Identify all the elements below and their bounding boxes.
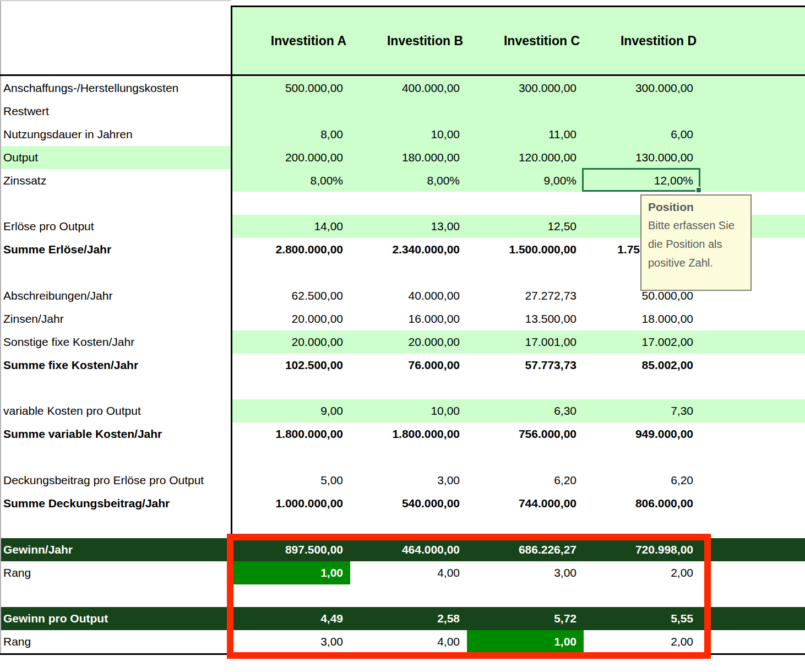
empty-cells[interactable] (700, 515, 805, 538)
cell-value[interactable]: 27.272,73 (467, 284, 584, 307)
cell-value[interactable] (350, 100, 467, 123)
cell-value[interactable]: 9,00% (467, 169, 584, 192)
empty-cells[interactable] (700, 492, 805, 515)
cell-value[interactable]: 6,20 (467, 469, 584, 492)
empty-cells[interactable] (700, 146, 805, 169)
empty-cells[interactable] (700, 469, 805, 492)
column-header-investition-d[interactable]: Investition D (584, 34, 700, 48)
cell-value[interactable]: 8,00 (232, 123, 350, 146)
row-label[interactable]: Erlöse pro Output (0, 215, 232, 238)
cell-value[interactable] (350, 377, 467, 400)
cell-value[interactable]: 300.000,00 (584, 77, 700, 100)
row-label[interactable]: Output (0, 146, 232, 169)
cell-value[interactable] (350, 192, 467, 215)
cell-value[interactable]: 13.500,00 (467, 307, 584, 330)
row-label[interactable] (0, 377, 232, 400)
empty-cells[interactable] (700, 538, 805, 561)
empty-cells[interactable] (700, 330, 805, 354)
cell-value[interactable]: 40.000,00 (350, 284, 467, 307)
cell-value[interactable] (467, 192, 584, 215)
cell-value[interactable]: 1.800.000,00 (232, 422, 350, 446)
cell-value[interactable] (467, 261, 584, 284)
row-label[interactable] (0, 584, 232, 608)
row-label[interactable]: Nutzungsdauer in Jahren (0, 123, 232, 146)
selected-cell-border[interactable] (582, 168, 700, 192)
cell-value[interactable]: 200.000,00 (232, 146, 350, 169)
cell-value[interactable]: 5,00 (232, 469, 350, 492)
row-label[interactable]: Sonstige fixe Kosten/Jahr (0, 330, 232, 354)
cell-value[interactable]: 180.000,00 (350, 146, 467, 169)
cell-value[interactable] (467, 377, 584, 400)
empty-cells[interactable] (700, 584, 805, 608)
cell-value[interactable]: 806.000,00 (584, 492, 700, 515)
row-label[interactable]: variable Kosten pro Output (0, 399, 232, 422)
row-label[interactable]: Gewinn/Jahr (0, 538, 232, 561)
cell-value[interactable]: 14,00 (232, 215, 350, 238)
cell-value[interactable]: 400.000,00 (350, 77, 467, 100)
cell-value[interactable]: 6,30 (467, 399, 584, 422)
row-label[interactable]: Zinsen/Jahr (0, 307, 232, 330)
cell-value[interactable]: 62.500,00 (232, 284, 350, 307)
cell-value[interactable]: 20.000,00 (232, 307, 350, 330)
row-label[interactable] (0, 446, 232, 469)
cell-value[interactable]: 9,00 (232, 399, 350, 422)
row-label[interactable]: Abschreibungen/Jahr (0, 284, 232, 307)
empty-cells[interactable] (700, 377, 805, 400)
cell-value[interactable]: 18.000,00 (584, 307, 700, 330)
row-label[interactable] (0, 192, 232, 215)
cell-value[interactable]: 17.001,00 (467, 330, 584, 354)
cell-value[interactable]: 756.000,00 (467, 422, 584, 446)
column-header-investition-c[interactable]: Investition C (467, 34, 584, 48)
cell-value[interactable] (232, 192, 350, 215)
cell-value[interactable]: 2.340.000,00 (350, 238, 467, 261)
cell-value[interactable]: 1.000.000,00 (232, 492, 350, 515)
cell-value[interactable]: 300.000,00 (467, 77, 584, 100)
cell-value[interactable] (232, 377, 350, 400)
cell-value[interactable] (467, 446, 584, 469)
row-label[interactable]: Zinssatz (0, 169, 232, 192)
cell-value[interactable]: 500.000,00 (232, 77, 350, 100)
cell-value[interactable]: 16.000,00 (350, 307, 467, 330)
cell-value[interactable]: 130.000,00 (584, 146, 700, 169)
cell-value[interactable]: 85.002,00 (584, 354, 700, 377)
column-header-investition-a[interactable]: Investition A (232, 34, 350, 48)
row-label[interactable]: Restwert (0, 100, 232, 123)
cell-value[interactable]: 11,00 (467, 123, 584, 146)
cell-value[interactable]: 949.000,00 (584, 422, 700, 446)
cell-value[interactable]: 13,00 (350, 215, 467, 238)
cell-value[interactable]: 6,00 (584, 123, 700, 146)
row-label[interactable]: Deckungsbeitrag pro Erlöse pro Output (0, 469, 232, 492)
empty-cells[interactable] (700, 607, 805, 630)
empty-cells[interactable] (700, 561, 805, 584)
row-label[interactable] (0, 515, 232, 538)
empty-cells[interactable] (700, 77, 805, 100)
row-label[interactable]: Anschaffungs-/Herstellungskosten (0, 77, 232, 100)
cell-value[interactable]: 20.000,00 (232, 330, 350, 354)
cell-value[interactable] (584, 100, 700, 123)
cell-value[interactable]: 17.002,00 (584, 330, 700, 354)
cell-value[interactable] (350, 446, 467, 469)
empty-cells[interactable] (700, 630, 805, 653)
cell-value[interactable]: 10,00 (350, 123, 467, 146)
row-label[interactable]: Summe Deckungsbeitrag/Jahr (0, 492, 232, 515)
cell-value[interactable]: 8,00% (350, 169, 467, 192)
row-label[interactable]: Rang (0, 561, 232, 584)
cell-value[interactable]: 76.000,00 (350, 354, 467, 377)
empty-cells[interactable] (700, 100, 805, 123)
cell-value[interactable]: 540.000,00 (350, 492, 467, 515)
row-label[interactable]: Rang (0, 630, 232, 653)
cell-value[interactable]: 1.800.000,00 (350, 422, 467, 446)
cell-value[interactable]: 7,30 (584, 399, 700, 422)
empty-cells[interactable] (700, 446, 805, 469)
empty-cells[interactable] (700, 422, 805, 446)
cell-value[interactable]: 2.800.000,00 (232, 238, 350, 261)
cell-value[interactable] (584, 377, 700, 400)
row-label[interactable]: Gewinn pro Output (0, 607, 232, 630)
cell-value[interactable] (232, 446, 350, 469)
empty-cells[interactable] (700, 169, 805, 192)
cell-value[interactable] (467, 100, 584, 123)
cell-value[interactable]: 1.500.000,00 (467, 238, 584, 261)
row-label[interactable]: Summe Erlöse/Jahr (0, 238, 232, 261)
cell-value[interactable]: 102.500,00 (232, 354, 350, 377)
row-label[interactable] (0, 261, 232, 284)
